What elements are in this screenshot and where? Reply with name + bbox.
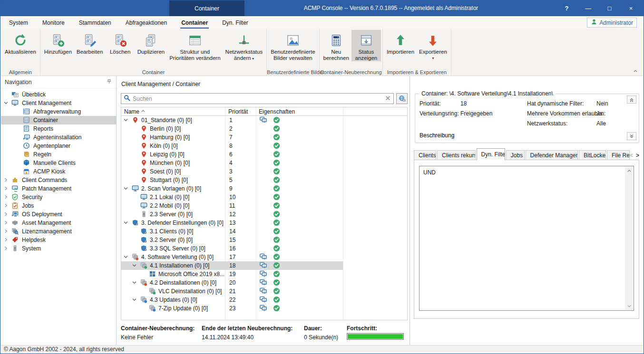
filter-expression-box[interactable]: UND — [419, 166, 634, 311]
tree-row[interactable]: 2.1 Lokal (0) [0]10 — [121, 193, 407, 201]
tab-scroll-right-icon[interactable]: > — [636, 152, 639, 159]
sidebar-item-überblick[interactable]: Überblick — [1, 90, 116, 99]
column-header-properties[interactable]: Eigenschaften — [259, 107, 295, 116]
structure-priorities-button[interactable]: Struktur und Prioritäten verändern — [167, 30, 223, 61]
import-button[interactable]: Importieren — [384, 30, 417, 55]
chevron-right-icon[interactable] — [3, 177, 9, 184]
tree-row[interactable]: 01_Standorte (0) [0]1 — [121, 116, 407, 124]
tree-row[interactable]: 7-Zip Update (0) [0]23 — [121, 304, 407, 313]
network-status-button[interactable]: Netzwerkstatus ändern ▾ — [223, 30, 265, 62]
tree-row[interactable]: 4.2 Deinstallationen (0) [0]20 — [121, 278, 407, 287]
tree-row[interactable]: 3.2 Server (0) [0]15 — [121, 236, 407, 244]
tree-row[interactable]: 4.3 Updates (0) [0]22 — [121, 296, 407, 304]
show-status-button[interactable]: Status anzeigen — [351, 30, 381, 61]
sidebar-item-regeln[interactable]: Regeln — [1, 150, 116, 159]
add-container-button[interactable]: Hinzufügen — [42, 30, 74, 55]
chevron-right-icon[interactable] — [3, 246, 9, 252]
chevron-down-icon[interactable] — [132, 263, 137, 269]
tree-row[interactable]: Leipzig (0) [0]6 — [121, 150, 407, 159]
help-button[interactable]: ? — [556, 0, 577, 16]
user-badge[interactable]: Administrator — [587, 18, 637, 28]
column-header-priority[interactable]: Priorität — [228, 107, 248, 116]
chevron-down-icon[interactable] — [123, 186, 128, 192]
sidebar-item-asset-management[interactable]: Asset Management — [1, 219, 116, 227]
tree-row[interactable]: München (0) [0]4 — [121, 159, 407, 167]
tree-row[interactable]: 2. Scan Vorlagen (0) [0]9 — [121, 184, 407, 193]
chevron-down-icon[interactable] — [123, 254, 128, 261]
tab-scroll-left-icon[interactable]: < — [630, 152, 633, 159]
scroll-down-icon[interactable] — [625, 302, 633, 310]
edit-container-button[interactable]: Bearbeiten — [74, 30, 106, 55]
sidebar-item-helpdesk[interactable]: Helpdesk — [1, 236, 116, 244]
sidebar-item-patch-management[interactable]: Patch Management — [1, 184, 116, 193]
tree-row[interactable]: 4. Software Verteilung (0) [0]17 — [121, 253, 407, 261]
chevron-down-icon[interactable] — [123, 117, 128, 124]
tree-row[interactable]: Hamburg (0) [0]7 — [121, 133, 407, 142]
manage-custom-images-button[interactable]: Benutzerdefinierte Bilder verwalten — [268, 30, 317, 61]
tree-row[interactable]: 3.1 Clients (0) [0]14 — [121, 227, 407, 236]
sidebar-item-manuelle-clients[interactable]: Manuelle Clients — [1, 159, 116, 167]
search-input[interactable] — [133, 96, 382, 102]
menu-system[interactable]: System — [2, 16, 35, 29]
chevron-right-icon[interactable] — [3, 237, 9, 244]
duplicate-container-button[interactable]: Duplizieren — [135, 30, 167, 55]
menu-dyn-filter[interactable]: Dyn. Filter — [215, 16, 255, 29]
search-options-button[interactable] — [396, 93, 408, 104]
sidebar-item-agenteninstallation[interactable]: Agenteninstallation — [1, 133, 116, 142]
tree-row[interactable]: Köln (0) [0]8 — [121, 142, 407, 150]
minimize-button[interactable]: — — [577, 0, 599, 16]
clear-search-icon[interactable] — [385, 95, 391, 103]
sidebar-item-client-commands[interactable]: Client Commands — [1, 176, 116, 184]
chevron-down-icon[interactable] — [123, 220, 128, 227]
tree-row[interactable]: 3. Defender Einstellungen (0) [0]13 — [121, 219, 407, 227]
sidebar-item-abfrageverwaltung[interactable]: Abfrageverwaltung — [1, 107, 116, 116]
chevron-down-icon[interactable] — [132, 297, 137, 304]
tree-row[interactable]: 2.3 Server (0) [0]12 — [121, 210, 407, 219]
filter-scrollbar[interactable] — [625, 167, 633, 310]
delete-container-button[interactable]: Löschen — [106, 30, 135, 55]
sidebar-item-agentenplaner[interactable]: Agentenplaner — [1, 142, 116, 150]
tree-row[interactable]: Microsoft Office 2019 x8...19 — [121, 270, 407, 278]
sidebar-item-os-deployment[interactable]: OS Deployment — [1, 210, 116, 219]
tab-jobs[interactable]: Jobs — [506, 150, 525, 160]
expand-description-button[interactable] — [627, 132, 636, 140]
tree-row[interactable]: Soest (0) [0]3 — [121, 167, 407, 176]
recalculate-button[interactable]: 0Neu berechnen — [321, 30, 351, 61]
close-button[interactable]: × — [620, 0, 642, 16]
sidebar-item-acmp-kiosk[interactable]: ACMP Kiosk — [1, 167, 116, 176]
tree-row[interactable]: VLC Deinstallation (0) [0]21 — [121, 287, 407, 296]
tab-file-re[interactable]: File Re — [607, 150, 630, 160]
refresh-button[interactable]: Aktualisieren — [2, 30, 39, 55]
sidebar-item-reports[interactable]: Reports — [1, 124, 116, 133]
chevron-right-icon[interactable] — [3, 220, 9, 227]
tree-row[interactable]: 3.3 SQL Server (0) [0]16 — [121, 244, 407, 253]
tree-row[interactable]: 2.2 Mobil (0) [0]11 — [121, 201, 407, 210]
sidebar-item-jobs[interactable]: Jobs — [1, 201, 116, 210]
maximize-button[interactable]: □ — [599, 0, 620, 16]
menu-abfrageaktionen[interactable]: Abfrageaktionen — [118, 16, 174, 29]
column-header-name[interactable]: Name — [124, 107, 146, 116]
sidebar-item-lizenzmanagement[interactable]: Lizenzmanagement — [1, 227, 116, 236]
chevron-right-icon[interactable] — [3, 194, 9, 201]
export-button[interactable]: Exportieren ▾ — [417, 30, 449, 61]
tree-row[interactable]: Berlin (0) [0]2 — [121, 124, 407, 133]
tab-clients[interactable]: Clients — [414, 150, 436, 160]
scroll-up-icon[interactable] — [625, 167, 633, 175]
tree-row[interactable]: Stuttgart (0) [0]5 — [121, 176, 407, 184]
chevron-right-icon[interactable] — [3, 203, 9, 210]
sidebar-item-client-management[interactable]: Client Management — [1, 99, 116, 107]
menu-container[interactable]: Container — [174, 16, 215, 29]
tab-clients-rekursiv[interactable]: Clients rekursiv — [437, 150, 475, 160]
sidebar-item-security[interactable]: Security — [1, 193, 116, 201]
sidebar-item-system[interactable]: System — [1, 244, 116, 253]
sidebar-item-container[interactable]: Container — [1, 116, 116, 124]
collapse-details-button[interactable] — [627, 96, 636, 104]
chevron-down-icon[interactable] — [3, 100, 9, 107]
tab-dyn-filter[interactable]: Dyn. Filter — [477, 148, 505, 160]
ribbon-collapse-button[interactable] — [632, 68, 639, 74]
menu-monitore[interactable]: Monitore — [35, 16, 72, 29]
chevron-down-icon[interactable] — [132, 280, 137, 287]
tab-bitlocker[interactable]: BitLocker — [579, 150, 606, 160]
tab-defender-management[interactable]: Defender Management — [526, 150, 578, 160]
chevron-right-icon[interactable] — [3, 186, 9, 192]
